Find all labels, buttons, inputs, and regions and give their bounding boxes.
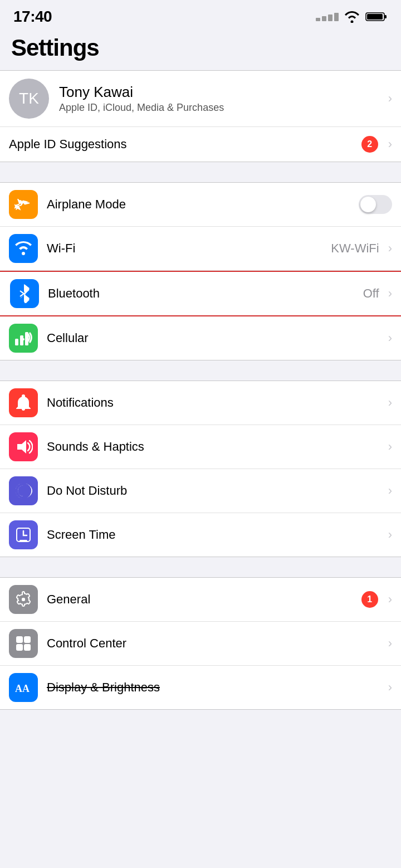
sounds-label: Sounds & Haptics: [47, 440, 384, 454]
settings-row-wifi[interactable]: Wi-Fi KW-WiFi ›: [0, 227, 401, 271]
notifications-icon: [14, 393, 32, 412]
svg-rect-2: [367, 14, 383, 19]
svg-rect-3: [15, 339, 18, 345]
cellular-icon-bg: [9, 324, 38, 353]
apple-id-suggestions-label: Apple ID Suggestions: [9, 137, 361, 152]
dnd-chevron: ›: [388, 484, 392, 498]
page-title: Settings: [11, 35, 390, 61]
avatar: TK: [9, 79, 49, 119]
control-center-icon-bg: [9, 629, 38, 658]
bluetooth-label: Bluetooth: [48, 286, 363, 301]
dnd-icon: [14, 481, 33, 500]
notifications-icon-bg: [9, 388, 38, 417]
screen-time-icon-bg: [9, 520, 38, 549]
general-label: General: [47, 592, 361, 607]
sounds-icon: [14, 437, 33, 456]
svg-rect-1: [384, 15, 387, 18]
control-center-chevron: ›: [388, 636, 392, 651]
apple-id-suggestions-chevron: ›: [388, 137, 392, 152]
general-section: General 1 › Control Center › AA Display …: [0, 577, 401, 710]
connectivity-section: Airplane Mode Wi-Fi KW-WiFi › Blueto: [0, 182, 401, 360]
wifi-value: KW-WiFi: [331, 241, 379, 256]
profile-chevron: ›: [388, 91, 392, 106]
cellular-chevron: ›: [388, 331, 392, 345]
apple-id-suggestions-badge: 2: [361, 136, 378, 153]
svg-rect-12: [16, 636, 23, 643]
general-chevron: ›: [388, 592, 392, 607]
display-icon: AA: [13, 680, 33, 695]
svg-text:AA: AA: [15, 683, 30, 694]
svg-rect-15: [24, 644, 31, 651]
profile-name: Tony Kawai: [59, 84, 384, 101]
apple-id-suggestions-row[interactable]: Apple ID Suggestions 2 ›: [0, 127, 401, 162]
settings-row-control-center[interactable]: Control Center ›: [0, 622, 401, 666]
display-icon-bg: AA: [9, 673, 38, 702]
profile-row[interactable]: TK Tony Kawai Apple ID, iCloud, Media & …: [0, 70, 401, 127]
notifications-chevron: ›: [388, 396, 392, 410]
bluetooth-icon: [17, 284, 32, 303]
settings-row-display[interactable]: AA Display & Brightness ›: [0, 666, 401, 709]
svg-marker-7: [17, 440, 26, 453]
sounds-icon-bg: [9, 432, 38, 461]
settings-row-cellular[interactable]: Cellular ›: [0, 316, 401, 360]
dnd-icon-bg: [9, 476, 38, 505]
svg-rect-14: [16, 644, 23, 651]
dnd-label: Do Not Disturb: [47, 484, 384, 498]
status-bar: 17:40: [0, 0, 401, 30]
wifi-label: Wi-Fi: [47, 241, 331, 256]
svg-rect-13: [24, 636, 31, 643]
profile-subtitle: Apple ID, iCloud, Media & Purchases: [59, 102, 384, 114]
cellular-icon: [14, 330, 33, 347]
avatar-initials: TK: [19, 90, 39, 108]
screen-time-label: Screen Time: [47, 528, 384, 542]
display-label: Display & Brightness: [47, 680, 384, 695]
general-badge: 1: [361, 591, 378, 608]
general-icon-bg: [9, 585, 38, 614]
settings-row-airplane-mode[interactable]: Airplane Mode: [0, 183, 401, 227]
svg-rect-4: [20, 335, 23, 345]
control-center-label: Control Center: [47, 636, 384, 651]
airplane-mode-label: Airplane Mode: [47, 197, 359, 212]
settings-row-notifications[interactable]: Notifications ›: [0, 381, 401, 425]
screen-time-chevron: ›: [388, 528, 392, 542]
control-center-icon: [14, 635, 32, 652]
status-time: 17:40: [13, 8, 52, 26]
airplane-mode-icon-bg: [9, 190, 38, 219]
airplane-icon: [14, 196, 32, 213]
sounds-chevron: ›: [388, 440, 392, 454]
cellular-label: Cellular: [47, 331, 384, 345]
settings-row-sounds[interactable]: Sounds & Haptics ›: [0, 425, 401, 469]
status-icons: [316, 11, 388, 23]
wifi-settings-icon-bg: [9, 234, 38, 263]
bluetooth-chevron: ›: [388, 286, 392, 301]
wifi-icon: [344, 11, 360, 23]
profile-section: TK Tony Kawai Apple ID, iCloud, Media & …: [0, 70, 401, 162]
profile-info: Tony Kawai Apple ID, iCloud, Media & Pur…: [59, 84, 384, 114]
svg-point-11: [22, 598, 25, 601]
svg-rect-9: [19, 540, 27, 542]
airplane-mode-toggle[interactable]: [359, 195, 392, 214]
page-title-container: Settings: [0, 30, 401, 70]
battery-icon: [365, 11, 388, 22]
general-icon: [14, 591, 32, 608]
svg-rect-5: [25, 332, 28, 345]
signal-icon: [316, 13, 339, 21]
wifi-settings-icon: [14, 241, 32, 256]
section-gap-3: [0, 557, 401, 577]
notifications-label: Notifications: [47, 396, 384, 410]
section-gap-1: [0, 162, 401, 182]
personal-section: Notifications › Sounds & Haptics › Do No…: [0, 381, 401, 557]
bluetooth-icon-bg: [10, 279, 39, 308]
wifi-chevron: ›: [388, 241, 392, 256]
display-chevron: ›: [388, 680, 392, 695]
screen-time-icon: [14, 525, 33, 544]
airplane-mode-toggle-knob: [360, 197, 376, 212]
settings-row-bluetooth[interactable]: Bluetooth Off ›: [0, 271, 401, 316]
settings-row-dnd[interactable]: Do Not Disturb ›: [0, 469, 401, 513]
section-gap-2: [0, 360, 401, 381]
settings-row-general[interactable]: General 1 ›: [0, 578, 401, 622]
settings-row-screen-time[interactable]: Screen Time ›: [0, 513, 401, 557]
svg-point-6: [22, 338, 25, 340]
bluetooth-value: Off: [363, 286, 379, 301]
